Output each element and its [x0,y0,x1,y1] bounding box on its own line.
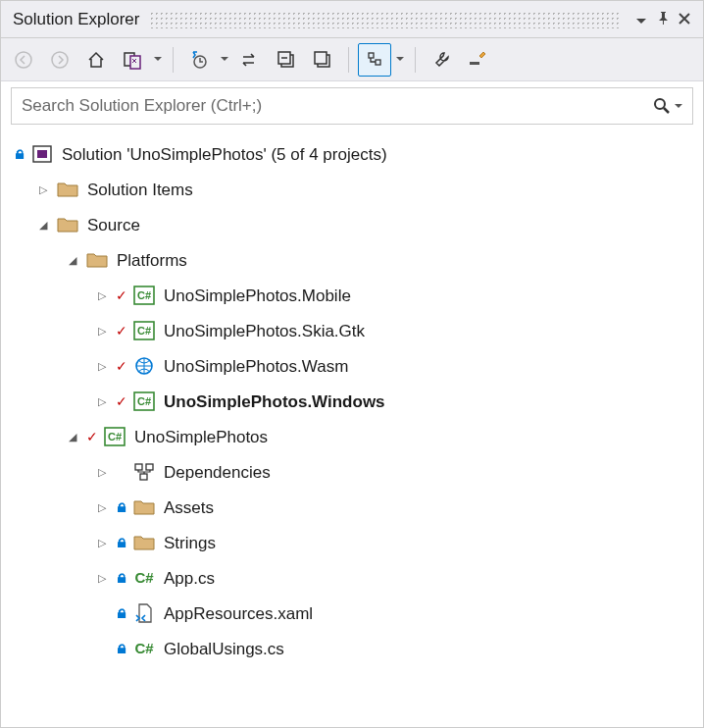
svg-text:C#: C# [137,289,151,301]
home-button[interactable] [79,43,113,77]
chevron-right-icon[interactable]: ▷ [93,467,111,478]
dropdown-icon[interactable] [630,11,652,27]
separator [173,47,174,73]
node-label: UnoSimplePhotos.Skia.Gtk [164,323,365,339]
chevron-right-icon[interactable]: ▷ [93,396,111,407]
project-mobile-node[interactable]: ▷ ✓ C# UnoSimplePhotos.Mobile [1,278,703,313]
app-cs-node[interactable]: ▷ 🔒︎ C# App.cs [1,560,703,596]
csharp-project-icon: C# [132,320,156,341]
search-box[interactable] [11,87,693,125]
project-wasm-node[interactable]: ▷ ✓ UnoSimplePhotos.Wasm [1,348,703,384]
svg-rect-24 [135,464,142,470]
checkmark-icon: ✓ [85,430,99,443]
node-label: AppResources.xaml [164,605,313,622]
switch-views-button[interactable] [116,43,149,77]
lock-icon: 🔒︎ [115,607,128,620]
node-label: Platforms [117,252,187,269]
sync-button[interactable] [233,43,267,77]
node-label: Source [87,217,140,234]
show-all-files-button[interactable] [306,43,339,77]
forward-button[interactable] [43,43,76,77]
chevron-right-icon[interactable]: ▷ [93,361,111,372]
svg-point-1 [52,52,68,68]
chevron-right-icon[interactable]: ▷ [93,502,111,513]
svg-text:C#: C# [134,640,154,656]
folder-icon [56,179,79,200]
svg-rect-14 [37,150,47,158]
svg-point-0 [16,52,31,68]
title-grip[interactable] [149,11,621,28]
folder-icon [132,532,156,553]
panel-title: Solution Explorer [13,10,139,29]
assets-folder-node[interactable]: ▷ 🔒︎ Assets [1,490,703,525]
search-row [1,81,703,130]
lock-icon: 🔒︎ [115,501,128,514]
globalusings-cs-node[interactable]: 🔒︎ C# GlobalUsings.cs [1,631,703,666]
svg-text:C#: C# [134,569,154,586]
project-skia-node[interactable]: ▷ ✓ C# UnoSimplePhotos.Skia.Gtk [1,313,703,348]
project-main-node[interactable]: ◢ ✓ C# UnoSimplePhotos [1,419,703,454]
node-label: App.cs [164,570,215,587]
separator [415,47,416,73]
csharp-file-icon: C# [132,638,156,659]
pending-changes-dropdown[interactable] [219,57,230,62]
chevron-right-icon[interactable]: ▷ [93,290,111,301]
chevron-right-icon[interactable]: ▷ [34,184,52,195]
appresources-xaml-node[interactable]: 🔒︎ AppResources.xaml [1,596,703,631]
close-icon[interactable] [674,11,695,27]
solution-node[interactable]: 🔒︎ Solution 'UnoSimplePhotos' (5 of 4 pr… [1,136,703,172]
lock-icon: 🔒︎ [13,148,26,161]
platforms-folder-node[interactable]: ◢ Platforms [1,242,703,278]
project-windows-node[interactable]: ▷ ✓ C# UnoSimplePhotos.Windows [1,384,703,419]
node-label: UnoSimplePhotos.Windows [164,393,385,410]
node-label: Dependencies [164,464,271,481]
svg-rect-25 [146,464,153,470]
preview-button[interactable] [461,43,494,77]
source-folder-node[interactable]: ◢ Source [1,207,703,242]
checkmark-icon: ✓ [115,324,128,338]
svg-text:C#: C# [108,431,122,442]
svg-rect-8 [315,52,327,64]
track-active-dropdown[interactable] [394,57,406,62]
checkmark-icon: ✓ [115,359,128,373]
chevron-right-icon[interactable]: ▷ [93,573,111,584]
track-active-item-button[interactable] [358,43,391,77]
search-input[interactable] [22,96,653,116]
back-button[interactable] [7,43,40,77]
lock-icon: 🔒︎ [115,572,128,585]
checkmark-icon: ✓ [115,288,128,302]
folder-icon [132,496,156,518]
dependencies-node[interactable]: ▷ Dependencies [1,454,703,490]
node-label: Assets [164,499,214,516]
solution-items-node[interactable]: ▷ Solution Items [1,172,703,207]
chevron-down-icon[interactable]: ◢ [64,255,81,266]
search-submit-icon[interactable] [653,97,682,115]
svg-point-12 [655,99,665,109]
folder-icon [56,214,79,235]
switch-views-dropdown[interactable] [152,57,164,62]
collapse-all-button[interactable] [270,43,303,77]
svg-rect-26 [140,474,147,480]
chevron-right-icon[interactable]: ▷ [93,326,111,337]
strings-folder-node[interactable]: ▷ 🔒︎ Strings [1,525,703,560]
chevron-down-icon[interactable]: ◢ [64,432,81,442]
svg-text:C#: C# [137,395,151,407]
solution-label: Solution 'UnoSimplePhotos' (5 of 4 proje… [62,146,387,163]
csharp-project-icon: C# [132,285,156,306]
properties-button[interactable] [425,43,458,77]
node-label: UnoSimplePhotos.Wasm [164,358,348,375]
web-project-icon [132,355,156,377]
lock-icon: 🔒︎ [115,537,128,549]
title-bar: Solution Explorer [1,1,703,38]
toolbar [1,38,703,81]
chevron-down-icon[interactable]: ◢ [34,220,52,231]
svg-rect-9 [369,53,374,58]
solution-tree[interactable]: 🔒︎ Solution 'UnoSimplePhotos' (5 of 4 pr… [1,130,703,727]
csharp-project-icon: C# [103,426,126,447]
pending-changes-filter-button[interactable] [182,43,216,77]
chevron-right-icon[interactable]: ▷ [93,538,111,548]
node-label: UnoSimplePhotos [134,429,268,445]
separator [348,47,349,73]
pin-icon[interactable] [652,11,674,27]
node-label: GlobalUsings.cs [164,641,284,657]
